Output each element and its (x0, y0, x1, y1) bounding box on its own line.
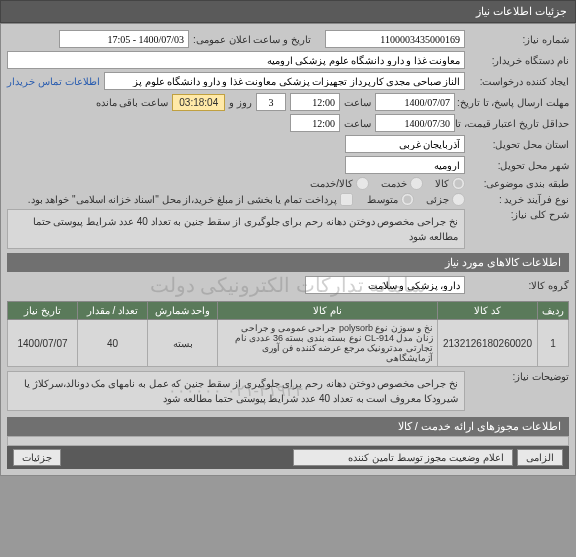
contact-link[interactable]: اطلاعات تماس خریدار (7, 76, 100, 87)
payment-note: پرداخت تمام یا بخشی از مبلغ خرید،از محل … (28, 194, 337, 205)
city-field[interactable] (345, 156, 465, 174)
radio-goods[interactable]: کالا (435, 177, 465, 190)
footer-detail[interactable]: جزئیات (13, 449, 61, 466)
radio-low[interactable]: جزئی (426, 193, 465, 206)
radio-service[interactable]: خدمت (381, 177, 423, 190)
cell-idx: 1 (538, 320, 569, 367)
desc-label: شرح کلی نیاز: (469, 209, 569, 220)
credit-time[interactable] (290, 114, 340, 132)
radio-goods-service[interactable]: کالا/خدمت (310, 177, 369, 190)
footer-row: الزامی اعلام وضعیت مجوز توسط تامین کننده… (7, 446, 569, 469)
province-field[interactable] (345, 135, 465, 153)
radio-mid[interactable]: متوسط (367, 193, 414, 206)
credit-date[interactable] (375, 114, 455, 132)
items-table: ردیف کد کالا نام کالا واحد شمارش تعداد /… (7, 301, 569, 367)
desc-box: نخ جراحی مخصوص دوختن دهانه رحم برای جلوگ… (7, 209, 465, 249)
payment-checkbox[interactable]: پرداخت تمام یا بخشی از مبلغ خرید،از محل … (28, 193, 353, 206)
credit-label: حداقل تاریخ اعتبار قیمت، تا تاریخ: (459, 118, 569, 129)
days-count[interactable] (256, 93, 286, 111)
main-header-title: جزئیات اطلاعات نیاز (476, 5, 567, 17)
creator-field[interactable] (104, 72, 465, 90)
process-label: نوع فرآیند خرید : (469, 194, 569, 205)
col-qty: تعداد / مقدار (78, 302, 148, 320)
table-header-row: ردیف کد کالا نام کالا واحد شمارش تعداد /… (8, 302, 569, 320)
footer-status: اعلام وضعیت مجوز توسط تامین کننده (293, 449, 513, 466)
creator-label: ایجاد کننده درخواست: (469, 76, 569, 87)
group-field[interactable] (305, 276, 465, 294)
deadline-label: مهلت ارسال پاسخ، تا تاریخ: (459, 97, 569, 108)
remaining-label: ساعت باقی مانده (96, 97, 169, 108)
notes-box: نخ جراحی مخصوص دوختن دهانه رحم برای جلوگ… (7, 371, 465, 411)
main-panel: شماره نیاز: تاریخ و ساعت اعلان عمومی: نا… (0, 23, 576, 476)
notes-label: توضیحات نیاز: (469, 371, 569, 382)
footer-required: الزامی (517, 449, 563, 466)
cell-date: 1400/07/07 (8, 320, 78, 367)
need-no-field[interactable] (325, 30, 465, 48)
cell-name: نخ و سوزن نوع polysorb جراحی عمومی و جرا… (218, 320, 438, 367)
main-header: جزئیات اطلاعات نیاز (0, 0, 576, 23)
city-label: شهر محل تحویل: (469, 160, 569, 171)
col-date: تاریخ نیاز (8, 302, 78, 320)
announce-label: تاریخ و ساعت اعلان عمومی: (193, 34, 311, 45)
buyer-label: نام دستگاه خریدار: (469, 55, 569, 66)
group-label: گروه کالا: (469, 280, 569, 291)
col-row: ردیف (538, 302, 569, 320)
need-no-label: شماره نیاز: (469, 34, 569, 45)
process-radios: جزئی متوسط (367, 193, 465, 206)
announce-field[interactable] (59, 30, 189, 48)
table-row[interactable]: 1 2132126180260020 نخ و سوزن نوع polysor… (8, 320, 569, 367)
col-name: نام کالا (218, 302, 438, 320)
category-radios: کالا خدمت کالا/خدمت (310, 177, 465, 190)
items-header: اطلاعات کالاهای مورد نیاز (7, 253, 569, 272)
cell-unit: بسته (148, 320, 218, 367)
cell-qty: 40 (78, 320, 148, 367)
category-label: طبقه بندی موضوعی: (469, 178, 569, 189)
days-label: روز و (229, 97, 252, 108)
cell-code: 2132126180260020 (438, 320, 538, 367)
deadline-time[interactable] (290, 93, 340, 111)
col-code: کد کالا (438, 302, 538, 320)
permits-header: اطلاعات مجوزهای ارائه خدمت / کالا (7, 417, 569, 436)
col-unit: واحد شمارش (148, 302, 218, 320)
time-label-1: ساعت (344, 97, 371, 108)
buyer-field[interactable] (7, 51, 465, 69)
deadline-date[interactable] (375, 93, 455, 111)
countdown-timer: 03:18:04 (172, 94, 225, 111)
time-label-2: ساعت (344, 118, 371, 129)
province-label: استان محل تحویل: (469, 139, 569, 150)
